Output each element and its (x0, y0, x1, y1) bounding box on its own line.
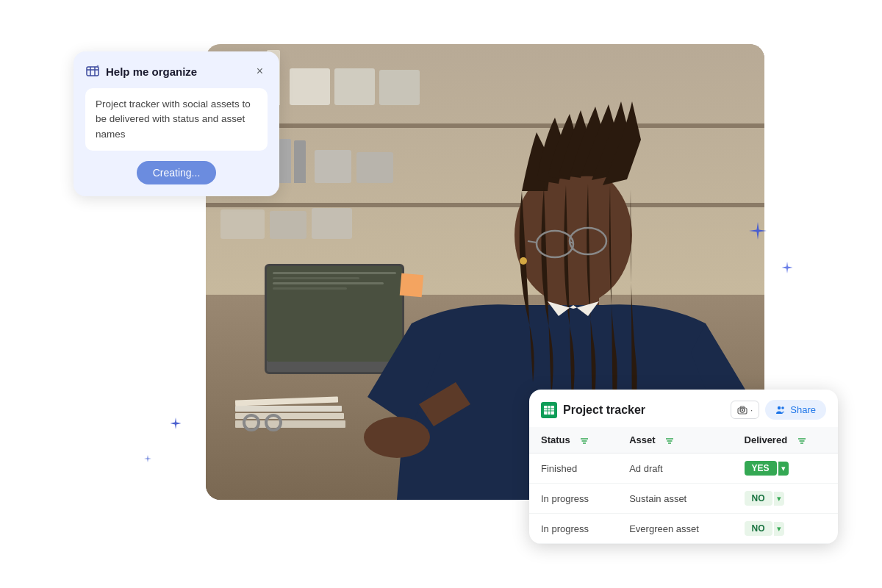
project-tracker-panel: Project tracker · (529, 390, 838, 544)
svg-point-8 (520, 257, 527, 265)
sparkle-small-1 (781, 261, 794, 274)
row2-asset: Sustain asset (617, 484, 732, 514)
main-scene: Help me organize × Project tracker with … (0, 0, 882, 588)
help-panel-close-button[interactable]: × (252, 63, 268, 79)
row2-status: In progress (529, 484, 617, 514)
tracker-header: Project tracker · (529, 390, 838, 427)
row2-delivered-cell[interactable]: NO ▾ (745, 491, 826, 506)
help-panel-description-text: Project tracker with social assets to be… (96, 98, 251, 140)
share-people-icon (775, 405, 786, 415)
table-header-row: Status Asset (529, 427, 838, 453)
row3-status: In progress (529, 514, 617, 544)
svg-rect-14 (544, 406, 554, 415)
sparkle-large (747, 220, 768, 241)
svg-point-23 (781, 406, 784, 409)
share-button[interactable]: Share (765, 400, 826, 420)
table-row: Finished Ad draft YES ▾ (529, 453, 838, 484)
row3-dropdown-arrow[interactable]: ▾ (774, 522, 784, 536)
col-header-asset: Asset (617, 427, 732, 453)
tracker-title-row: Project tracker (541, 402, 645, 418)
svg-point-22 (778, 406, 781, 409)
row3-asset: Evergreen asset (617, 514, 732, 544)
row3-delivered: NO ▾ (733, 514, 838, 544)
tracker-title: Project tracker (563, 404, 645, 417)
share-button-label: Share (790, 404, 816, 415)
no-badge-2: NO (745, 491, 772, 506)
help-me-organize-panel: Help me organize × Project tracker with … (74, 51, 279, 196)
asset-filter-icon[interactable] (662, 435, 674, 445)
sheets-icon (541, 402, 557, 418)
help-panel-header: Help me organize × (85, 63, 268, 79)
help-panel-title-row: Help me organize (85, 64, 197, 79)
svg-rect-9 (87, 67, 98, 76)
table-row: In progress Sustain asset NO ▾ (529, 484, 838, 514)
row1-dropdown-arrow[interactable]: ▾ (778, 462, 789, 476)
help-icon (85, 64, 100, 79)
row3-delivered-cell[interactable]: NO ▾ (745, 521, 826, 536)
row1-status: Finished (529, 453, 617, 484)
row1-delivered: YES ▾ (733, 453, 838, 484)
row1-delivered-cell[interactable]: YES ▾ (745, 461, 826, 476)
status-filter-icon[interactable] (577, 435, 589, 445)
camera-icon (737, 405, 747, 415)
col-header-delivered: Delivered (733, 427, 838, 453)
camera-btn-dot: · (750, 404, 753, 415)
table-row: In progress Evergreen asset NO ▾ (529, 514, 838, 544)
delivered-filter-icon[interactable] (795, 435, 806, 445)
sparkle-small-2 (169, 417, 182, 430)
yes-badge: YES (745, 461, 777, 476)
row1-asset: Ad draft (617, 453, 732, 484)
no-badge-3: NO (745, 521, 772, 536)
svg-point-20 (741, 409, 742, 410)
tracker-actions: · Share (731, 400, 826, 420)
help-panel-title: Help me organize (106, 65, 197, 78)
camera-button[interactable]: · (731, 401, 760, 419)
row2-delivered: NO ▾ (733, 484, 838, 514)
tracker-table: Status Asset (529, 427, 838, 544)
creating-button[interactable]: Creating... (137, 161, 217, 184)
help-panel-description: Project tracker with social assets to be… (85, 88, 268, 151)
svg-point-3 (364, 417, 430, 458)
col-header-status: Status (529, 427, 617, 453)
sparkle-small-3 (143, 454, 152, 463)
row2-dropdown-arrow[interactable]: ▾ (774, 492, 784, 506)
